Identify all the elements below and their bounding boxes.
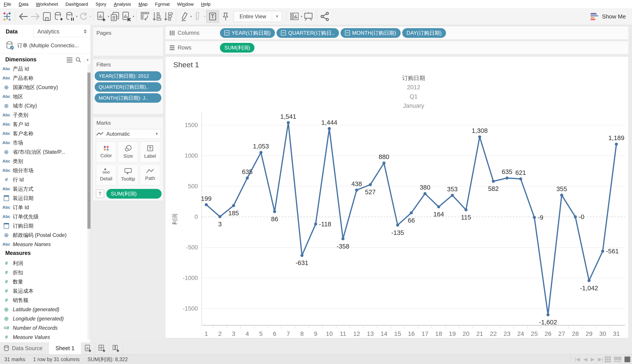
dimension-field[interactable]: Abc子类别 bbox=[0, 110, 87, 120]
measure-field[interactable]: =#Number of Records bbox=[0, 323, 87, 332]
dimension-field[interactable]: ⊕省/市/自治区 (State/P... bbox=[0, 147, 87, 156]
data-point[interactable] bbox=[342, 237, 345, 240]
save-button[interactable] bbox=[42, 10, 52, 23]
marks-color-button[interactable]: Color bbox=[96, 142, 116, 162]
filter-pill[interactable]: MONTH(订购日期): J.. bbox=[95, 93, 161, 103]
pause-auto-updates-button[interactable] bbox=[65, 10, 75, 23]
data-point[interactable] bbox=[478, 135, 481, 138]
columns-pill[interactable]: QUARTER(订购日.. bbox=[276, 28, 339, 38]
data-point[interactable] bbox=[355, 188, 358, 192]
rows-pill-SUM(利润)[interactable]: SUM(利润) bbox=[220, 43, 254, 52]
dimension-field[interactable]: ⊕邮政编码 (Postal Code) bbox=[0, 230, 87, 240]
marks-pill-sum-profit[interactable]: SUM(利润) bbox=[106, 189, 162, 198]
run-updates-caret[interactable]: ▾ bbox=[90, 14, 91, 18]
clear-sheet-button[interactable] bbox=[122, 10, 131, 23]
dimension-field[interactable]: AbcMeasure Names bbox=[0, 240, 87, 249]
dimension-field[interactable]: Abc装运方式 bbox=[0, 184, 87, 194]
next-page-icon[interactable]: ▶ bbox=[591, 356, 594, 362]
new-worksheet-button[interactable] bbox=[97, 10, 106, 23]
highlight-button[interactable] bbox=[179, 10, 189, 23]
redo-button[interactable] bbox=[30, 10, 40, 23]
data-point[interactable] bbox=[369, 183, 372, 186]
filter-pill[interactable]: YEAR(订购日期): 2012 bbox=[95, 71, 161, 81]
marks-path-button[interactable]: Path bbox=[140, 164, 160, 186]
measure-field[interactable]: ⊕Longitude (generated) bbox=[0, 314, 87, 323]
data-point[interactable] bbox=[519, 177, 522, 180]
show-tabs-icon[interactable] bbox=[624, 356, 630, 362]
dimension-field[interactable]: Abc订单优先级 bbox=[0, 212, 87, 221]
columns-pill[interactable]: YEAR(订购日期) bbox=[220, 28, 275, 38]
menu-story[interactable]: Story bbox=[92, 2, 110, 7]
menu-dashboard[interactable]: Dashboard bbox=[62, 2, 92, 7]
data-point[interactable] bbox=[232, 204, 235, 207]
data-point[interactable] bbox=[451, 194, 454, 197]
measure-field[interactable]: #数量 bbox=[0, 277, 87, 286]
new-worksheet-caret[interactable]: ▾ bbox=[108, 14, 109, 18]
data-point[interactable] bbox=[246, 176, 249, 180]
dimension-field[interactable]: Abc客户名称 bbox=[0, 129, 87, 138]
sort-descending-button[interactable] bbox=[163, 10, 173, 23]
pause-updates-caret[interactable]: ▾ bbox=[76, 14, 78, 18]
marks-detail-button[interactable]: Detail bbox=[96, 164, 116, 186]
dimension-field[interactable]: ⊕国家/地区 (Country) bbox=[0, 83, 87, 92]
filter-pill[interactable]: QUARTER(订购日期).. bbox=[95, 82, 161, 92]
highlight-caret[interactable]: ▾ bbox=[190, 14, 192, 18]
menu-help[interactable]: Help bbox=[197, 2, 214, 7]
show-hide-cards-button[interactable] bbox=[290, 10, 299, 23]
group-members-caret[interactable]: ▾ bbox=[204, 14, 206, 18]
dimension-field[interactable]: 装运日期 bbox=[0, 194, 87, 203]
show-mark-labels-button[interactable] bbox=[206, 10, 219, 23]
data-point[interactable] bbox=[533, 216, 536, 219]
undo-button[interactable] bbox=[18, 10, 28, 23]
sheet1-tab[interactable]: Sheet 1 bbox=[49, 342, 81, 354]
measure-field[interactable]: #销售额 bbox=[0, 296, 87, 305]
fit-selector[interactable]: Entire View ▼ bbox=[234, 11, 282, 22]
dimension-field[interactable]: Abc类别 bbox=[0, 156, 87, 166]
dimension-field[interactable]: Abc市场 bbox=[0, 138, 87, 147]
duplicate-button[interactable] bbox=[110, 10, 120, 23]
sort-ascending-button[interactable] bbox=[152, 10, 161, 23]
data-point[interactable] bbox=[601, 250, 604, 253]
dimension-field[interactable]: ⊕城市 (City) bbox=[0, 101, 87, 110]
show-filmstrip-icon[interactable] bbox=[614, 357, 621, 362]
marks-tooltip-button[interactable]: Tooltip bbox=[118, 164, 138, 186]
show-hide-cards-caret[interactable]: ▾ bbox=[301, 14, 302, 18]
data-point[interactable] bbox=[300, 254, 303, 257]
clear-sheet-caret[interactable]: ▾ bbox=[133, 14, 135, 18]
fit-selector-caret[interactable]: ▼ bbox=[272, 11, 282, 22]
view-as-list-icon[interactable] bbox=[66, 57, 73, 63]
data-point[interactable] bbox=[464, 208, 468, 211]
new-story-tab-button[interactable] bbox=[109, 342, 123, 354]
menu-data[interactable]: Data bbox=[15, 2, 32, 7]
mark-type-dropdown[interactable]: Automatic ▼ bbox=[96, 129, 161, 139]
measure-field[interactable]: #折扣 bbox=[0, 268, 87, 277]
measure-field[interactable]: ⊕Latitude (generated) bbox=[0, 305, 87, 314]
dimension-field[interactable]: Abc细分市场 bbox=[0, 166, 87, 175]
data-point[interactable] bbox=[424, 192, 427, 195]
last-page-icon[interactable]: ▶| bbox=[598, 356, 603, 362]
data-point[interactable] bbox=[328, 127, 331, 130]
data-point[interactable] bbox=[287, 121, 290, 124]
tab-data[interactable]: Data bbox=[6, 28, 18, 35]
dimension-field[interactable]: Abc产品 Id bbox=[0, 64, 87, 74]
new-data-source-button[interactable] bbox=[54, 10, 63, 23]
measure-field[interactable]: #装运成本 bbox=[0, 286, 87, 296]
data-source-connection[interactable]: 订单 (Multiple Connectio... bbox=[0, 39, 91, 52]
data-point[interactable] bbox=[560, 194, 563, 197]
data-point[interactable] bbox=[218, 215, 221, 218]
share-button[interactable] bbox=[320, 10, 330, 23]
sort-fields-icon[interactable] bbox=[84, 29, 87, 34]
new-dashboard-tab-button[interactable] bbox=[95, 342, 109, 354]
collapse-hierarchy-icon[interactable] bbox=[224, 30, 229, 36]
menu-map[interactable]: Map bbox=[135, 2, 151, 7]
search-icon[interactable] bbox=[76, 57, 81, 63]
menu-format[interactable]: Format bbox=[151, 2, 173, 7]
data-point[interactable] bbox=[382, 162, 386, 164]
collapse-hierarchy-icon[interactable] bbox=[345, 30, 350, 36]
data-pane-scrollbar-thumb[interactable] bbox=[87, 72, 91, 229]
data-point[interactable] bbox=[574, 215, 577, 218]
fix-axes-button[interactable] bbox=[221, 10, 230, 23]
presentation-mode-button[interactable] bbox=[303, 10, 313, 23]
measure-field[interactable]: #利润 bbox=[0, 259, 87, 268]
data-point[interactable] bbox=[314, 222, 317, 226]
